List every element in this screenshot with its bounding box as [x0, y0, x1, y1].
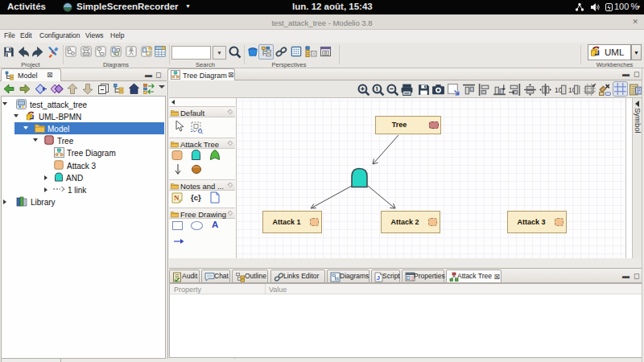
svg-text:J: J [377, 274, 380, 282]
svg-text:N: N [174, 194, 180, 202]
